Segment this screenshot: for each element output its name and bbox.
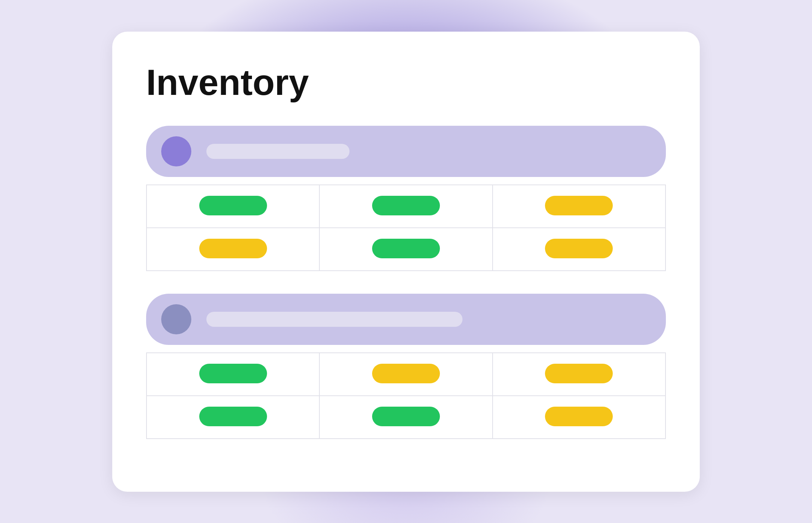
section-2-bar	[206, 312, 462, 327]
table-cell	[147, 185, 319, 228]
status-badge	[545, 196, 613, 215]
table-cell	[319, 353, 492, 396]
table-cell	[147, 396, 319, 439]
page-title: Inventory	[146, 62, 666, 103]
table-cell	[493, 353, 665, 396]
status-badge	[372, 364, 440, 383]
section-2-table	[146, 352, 666, 439]
table-cell	[493, 396, 665, 439]
table-cell	[319, 185, 492, 228]
section-1-avatar	[161, 136, 191, 166]
section-1-bar	[206, 144, 350, 159]
status-badge	[372, 196, 440, 215]
table-cell	[319, 396, 492, 439]
status-badge	[545, 407, 613, 426]
table-row	[147, 228, 665, 271]
status-badge	[372, 407, 440, 426]
status-badge	[545, 364, 613, 383]
table-row	[147, 185, 665, 228]
status-badge	[199, 239, 267, 258]
table-row	[147, 353, 665, 396]
section-1-header	[146, 126, 666, 177]
table-row	[147, 396, 665, 439]
table-cell	[147, 228, 319, 271]
table-cell	[493, 228, 665, 271]
status-badge	[199, 364, 267, 383]
status-badge	[372, 239, 440, 258]
main-card: Inventory	[112, 32, 700, 492]
section-1-table	[146, 184, 666, 271]
status-badge	[199, 196, 267, 215]
table-cell	[493, 185, 665, 228]
section-2-avatar	[161, 304, 191, 334]
table-cell	[319, 228, 492, 271]
status-badge	[199, 407, 267, 426]
table-cell	[147, 353, 319, 396]
status-badge	[545, 239, 613, 258]
section-2-header	[146, 294, 666, 345]
